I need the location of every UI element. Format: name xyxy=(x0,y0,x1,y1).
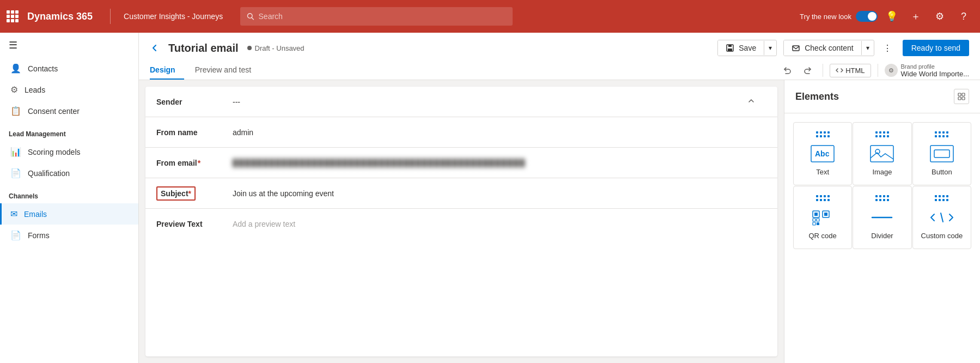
svg-line-1 xyxy=(252,17,253,19)
from-email-label: From email xyxy=(156,159,233,167)
svg-rect-9 xyxy=(962,97,965,100)
svg-rect-3 xyxy=(728,45,732,47)
waffle-icon[interactable] xyxy=(7,10,19,22)
sender-value[interactable]: --- xyxy=(233,98,747,106)
svg-rect-12 xyxy=(871,146,893,162)
settings-icon[interactable]: ⚙ xyxy=(930,7,949,26)
from-name-label: From name xyxy=(156,128,233,137)
element-image[interactable]: Image xyxy=(853,122,911,185)
redo-icon xyxy=(803,65,813,75)
search-input[interactable] xyxy=(259,12,507,21)
tabs-left: Design Preview and test xyxy=(150,61,262,80)
editor-header: Tutorial email Draft - Unsaved Sa xyxy=(139,33,980,80)
elements-grid: Abc Text xyxy=(784,113,980,258)
element-text[interactable]: Abc Text xyxy=(793,122,852,185)
back-button[interactable] xyxy=(150,43,160,53)
emails-icon: ✉ xyxy=(10,209,17,219)
element-divider[interactable]: Divider xyxy=(853,186,911,249)
qr-element-icon xyxy=(809,208,836,227)
redo-button[interactable] xyxy=(800,62,816,78)
sidebar: ☰ 👤 Contacts ⚙ Leads 📋 Consent center Le… xyxy=(0,33,139,363)
check-content-chevron-button[interactable]: ▾ xyxy=(861,41,874,55)
topbar-right: Try the new look 💡 ＋ ⚙ ? xyxy=(800,7,973,26)
forms-icon: 📄 xyxy=(10,230,21,240)
leads-icon: ⚙ xyxy=(10,84,18,95)
subject-label: Subject* xyxy=(156,186,196,201)
svg-rect-15 xyxy=(934,150,949,158)
html-button[interactable]: HTML xyxy=(830,64,871,77)
sidebar-item-qualification[interactable]: 📄 Qualification xyxy=(0,162,138,184)
from-email-field: From email █████████████████████████████… xyxy=(145,148,777,178)
check-content-button-group: Check content ▾ xyxy=(783,40,874,56)
header-actions: Save ▾ Check content ▾ xyxy=(717,39,969,57)
divider-dots xyxy=(875,195,889,201)
image-dots xyxy=(875,131,889,137)
form-panel: Sender --- From name admin From email xyxy=(145,87,777,356)
divider-element-icon xyxy=(869,208,895,227)
elements-view-button[interactable] xyxy=(954,89,969,104)
tab-design[interactable]: Design xyxy=(150,61,184,80)
editor-title-bar: Tutorial email Draft - Unsaved Sa xyxy=(150,33,969,61)
sidebar-item-consent[interactable]: 📋 Consent center xyxy=(0,100,138,122)
tabs-separator xyxy=(823,64,823,77)
hamburger-icon[interactable]: ☰ xyxy=(0,33,138,58)
tab-preview[interactable]: Preview and test xyxy=(186,61,260,80)
text-dots xyxy=(816,131,830,137)
help-icon[interactable]: ? xyxy=(954,7,973,26)
save-chevron-button[interactable]: ▾ xyxy=(764,41,776,55)
app-module: Customer Insights - Journeys xyxy=(124,12,223,21)
qr-label: QR code xyxy=(809,232,837,240)
sidebar-item-contacts[interactable]: 👤 Contacts xyxy=(0,58,138,79)
brand-profile[interactable]: ⚙ Brand profile Wide World Importe... xyxy=(885,63,969,78)
save-button-group: Save ▾ xyxy=(717,40,777,56)
brand-profile-text: Brand profile Wide World Importe... xyxy=(901,63,969,78)
envelope-icon xyxy=(792,44,800,52)
sender-collapse-button[interactable] xyxy=(747,96,756,107)
sidebar-item-leads[interactable]: ⚙ Leads xyxy=(0,79,138,100)
elements-panel: Elements xyxy=(784,80,980,363)
divider-label: Divider xyxy=(871,232,893,240)
sidebar-item-forms[interactable]: 📄 Forms xyxy=(0,225,138,246)
from-name-field: From name admin xyxy=(145,117,777,148)
sender-label: Sender xyxy=(156,98,233,106)
grid-view-icon xyxy=(958,93,965,100)
editor-tabs: Design Preview and test xyxy=(150,61,969,80)
check-content-button[interactable]: Check content xyxy=(784,40,861,56)
elements-header: Elements xyxy=(784,80,980,113)
element-qr[interactable]: QR code xyxy=(793,186,852,249)
element-button[interactable]: Button xyxy=(912,122,971,185)
save-button[interactable]: Save xyxy=(718,40,764,56)
from-email-value[interactable]: ████████████████████████████████████████… xyxy=(233,159,756,167)
sidebar-item-emails[interactable]: ✉ Emails xyxy=(0,203,138,225)
sidebar-item-scoring[interactable]: 📊 Scoring models xyxy=(0,141,138,162)
channels-header: Channels xyxy=(0,184,138,203)
svg-rect-20 xyxy=(813,222,815,225)
undo-button[interactable] xyxy=(779,62,795,78)
ready-to-send-button[interactable]: Ready to send xyxy=(903,40,969,56)
from-name-value[interactable]: admin xyxy=(233,128,756,137)
qualification-icon: 📄 xyxy=(10,168,21,178)
sender-field: Sender --- xyxy=(145,87,777,117)
custom-code-dots xyxy=(935,195,948,201)
lightbulb-icon[interactable]: 💡 xyxy=(882,7,902,26)
more-options-button[interactable]: ⋮ xyxy=(879,39,896,57)
button-label: Button xyxy=(932,168,952,176)
preview-text-field: Preview Text Add a preview text xyxy=(145,209,777,239)
svg-rect-7 xyxy=(962,93,965,96)
text-label: Text xyxy=(816,168,829,176)
lead-management-header: Lead Management xyxy=(0,122,138,141)
preview-text-value[interactable]: Add a preview text xyxy=(233,220,756,228)
add-icon[interactable]: ＋ xyxy=(906,7,926,26)
scoring-icon: 📊 xyxy=(10,147,21,157)
toggle-thumb xyxy=(868,12,876,21)
search-box[interactable] xyxy=(240,7,513,26)
subject-field: Subject* Join us at the upcoming event xyxy=(145,178,777,209)
element-custom-code[interactable]: Custom code xyxy=(912,186,971,249)
subject-value[interactable]: Join us at the upcoming event xyxy=(233,189,756,198)
custom-code-element-icon xyxy=(929,208,955,227)
status-badge: Draft - Unsaved xyxy=(247,44,305,52)
status-dot xyxy=(247,46,252,50)
main-layout: ☰ 👤 Contacts ⚙ Leads 📋 Consent center Le… xyxy=(0,33,980,363)
brand-profile-icon: ⚙ xyxy=(885,64,898,77)
try-new-look-toggle[interactable] xyxy=(856,11,878,22)
